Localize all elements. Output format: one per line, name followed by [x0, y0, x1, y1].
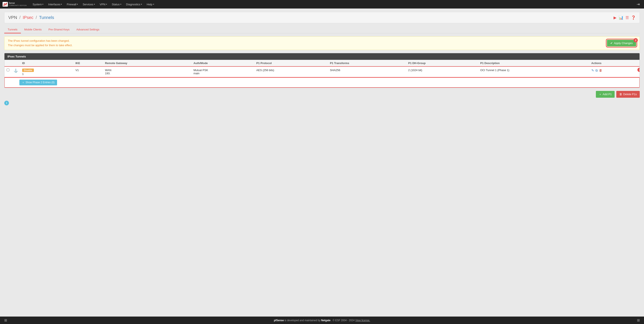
col-p1-protocol: P1 Protocol [254, 60, 328, 67]
row-remote-gateway-cell: WAN 193. [103, 67, 191, 77]
show-phase2-row: ＋ Show Phase 2 Entries (0) [4, 77, 640, 87]
caret-services: ▾ [94, 3, 95, 5]
play-icon[interactable]: ▶ [614, 15, 616, 20]
col-ike: IKE [73, 60, 103, 67]
disable-badge[interactable]: Disable [22, 68, 34, 72]
breadcrumb-vpn: VPN [8, 15, 17, 20]
navbar: pf Sense COMMUNITY EDITION System ▾ Inte… [0, 0, 644, 8]
row-auth-mode-cell: Mutual PSK main [191, 67, 254, 77]
col-remote-gateway: Remote Gateway [103, 60, 191, 67]
row-ike-cell: V1 [73, 67, 103, 77]
delete-p1s-button[interactable]: 🗑 Delete P1s [616, 91, 640, 98]
header-icons: ▶ 📊 ☰ ❓ [614, 15, 636, 20]
caret-help: ▾ [153, 3, 154, 5]
row-p1-protocol-cell: AES (256 bits) [254, 67, 328, 77]
info-icon[interactable]: i [4, 101, 9, 105]
row-actions-cell: ✎ ⧉ 🗑 1 [589, 67, 640, 77]
row-p1-dhgroup-cell: 2 (1024 bit) [406, 67, 478, 77]
alert-text: The IPsec tunnel configuration has been … [8, 39, 72, 48]
tunnels-table: ID IKE Remote Gateway Auth/Mode P1 Proto… [4, 60, 640, 88]
row-id-cell: Disable 1 [20, 67, 73, 77]
nav-item-vpn[interactable]: VPN ▾ [98, 0, 109, 8]
caret-system: ▾ [42, 3, 44, 5]
checkmark-icon: ✔ [610, 41, 613, 45]
apply-changes-wrapper: ✔ Apply Changes 2 [607, 40, 636, 46]
show-phase2-button[interactable]: ＋ Show Phase 2 Entries (0) [20, 80, 57, 85]
apply-changes-badge: 2 [634, 38, 638, 42]
caret-diagnostics: ▾ [141, 3, 142, 5]
nav-item-system[interactable]: System ▾ [30, 0, 46, 8]
trash-icon: 🗑 [619, 93, 622, 96]
pfsense-logo: pf Sense COMMUNITY EDITION [2, 2, 26, 6]
row-p1-transforms-cell: SHA256 [328, 67, 406, 77]
copy-icon[interactable]: ⧉ [596, 68, 598, 72]
logo-box: pf [2, 2, 8, 6]
col-actions: Actions [589, 60, 640, 67]
row-checkbox[interactable] [6, 68, 9, 71]
nav-item-help[interactable]: Help ▾ [144, 0, 156, 8]
show-phase2-cell: ＋ Show Phase 2 Entries (0) [4, 77, 640, 87]
tab-tunnels[interactable]: Tunnels [4, 26, 21, 33]
table-row: ⚓ Disable 1 V1 WAN 193. Mutual PSK [4, 67, 640, 77]
add-p1-button[interactable]: ＋ Add P1 [596, 91, 615, 98]
panel-heading: IPsec Tunnels [4, 53, 640, 60]
plus-icon: ＋ [22, 81, 24, 84]
table-container: ID IKE Remote Gateway Auth/Mode P1 Proto… [4, 60, 640, 88]
col-p1-transforms: P1 Transforms [328, 60, 406, 67]
tabs-bar: Tunnels Mobile Clients Pre-Shared Keys A… [4, 26, 640, 33]
anchor-icon: ⚓ [14, 69, 18, 72]
nav-item-firewall[interactable]: Firewall ▾ [64, 0, 80, 8]
tab-pre-shared-keys[interactable]: Pre-Shared Keys [45, 26, 73, 33]
breadcrumb-ipsec[interactable]: IPsec [23, 15, 34, 20]
list-icon[interactable]: ☰ [626, 15, 629, 20]
caret-status: ▾ [120, 3, 122, 5]
chart-icon[interactable]: 📊 [619, 15, 623, 20]
caret-firewall: ▾ [77, 3, 78, 5]
ipsec-tunnels-panel: IPsec Tunnels ID IKE Remote Gateway Auth… [4, 53, 640, 88]
nav-item-services[interactable]: Services ▾ [80, 0, 97, 8]
nav-item-interfaces[interactable]: Interfaces ▾ [46, 0, 64, 8]
bottom-buttons: ＋ Add P1 🗑 Delete P1s [4, 91, 640, 98]
nav-menu: System ▾ Interfaces ▾ Firewall ▾ Service… [30, 0, 635, 8]
nav-item-status[interactable]: Status ▾ [110, 0, 124, 8]
row-anchor-cell: ⚓ [12, 67, 20, 77]
brand: pf Sense COMMUNITY EDITION [2, 2, 26, 6]
table-header-row: ID IKE Remote Gateway Auth/Mode P1 Proto… [4, 60, 640, 67]
nav-item-diagnostics[interactable]: Diagnostics ▾ [124, 0, 144, 8]
row-p1-description-cell: OCI Tunnel 1 (Phase 1) [478, 67, 589, 77]
help-icon[interactable]: ❓ [631, 15, 636, 20]
nav-signout-icon[interactable]: ⇥ [635, 2, 642, 6]
col-id: ID [20, 60, 73, 67]
tab-mobile-clients[interactable]: Mobile Clients [21, 26, 45, 33]
action-icons: ✎ ⧉ 🗑 [592, 68, 638, 72]
logo-edition: COMMUNITY EDITION [9, 4, 26, 6]
main-content: VPN / IPsec / Tunnels ▶ 📊 ☰ ❓ Tunnels Mo… [0, 8, 644, 122]
row-badge: 1 [638, 68, 640, 72]
col-p1-description: P1 Description [478, 60, 589, 67]
delete-icon[interactable]: 🗑 [599, 68, 602, 72]
logo-text: Sense COMMUNITY EDITION [9, 2, 26, 6]
breadcrumb: VPN / IPsec / Tunnels [8, 15, 54, 20]
tab-advanced-settings[interactable]: Advanced Settings [73, 26, 103, 33]
col-anchor [12, 60, 20, 67]
plus-add-icon: ＋ [599, 92, 602, 96]
apply-changes-button[interactable]: ✔ Apply Changes [607, 40, 636, 46]
row-checkbox-cell [4, 67, 12, 77]
info-icon-wrapper: i [4, 101, 640, 105]
page-header-card: VPN / IPsec / Tunnels ▶ 📊 ☰ ❓ [4, 12, 640, 23]
row-id: 1 [22, 72, 71, 76]
caret-interfaces: ▾ [61, 3, 62, 5]
alert-banner: The IPsec tunnel configuration has been … [4, 36, 640, 50]
col-p1-dhgroup: P1 DH-Group [406, 60, 478, 67]
col-auth-mode: Auth/Mode [191, 60, 254, 67]
edit-icon[interactable]: ✎ [592, 68, 594, 72]
caret-vpn: ▾ [106, 3, 107, 5]
col-checkbox [4, 60, 12, 67]
breadcrumb-tunnels[interactable]: Tunnels [39, 15, 54, 20]
